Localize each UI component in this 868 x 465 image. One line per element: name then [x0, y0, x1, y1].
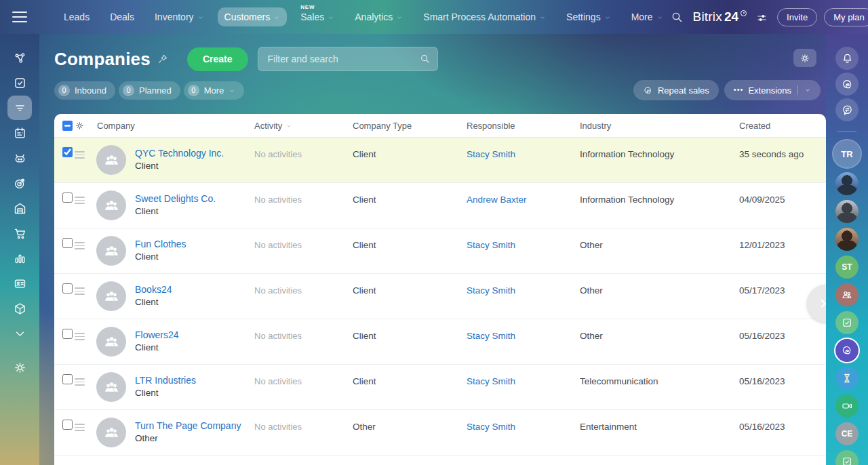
- sidebar-item-inventory[interactable]: [7, 296, 32, 321]
- company-name-link[interactable]: Books24: [135, 284, 172, 296]
- rail-chat-checksquare[interactable]: [835, 450, 859, 465]
- row-checkbox[interactable]: [62, 329, 73, 339]
- row-checkbox[interactable]: [62, 420, 73, 430]
- counter-chip-2[interactable]: 0 More: [184, 81, 245, 100]
- repeat-sales-button[interactable]: Repeat sales: [633, 80, 719, 100]
- row-checkbox[interactable]: [62, 283, 73, 294]
- company-name-link[interactable]: LTR Industries: [135, 375, 196, 386]
- main-menu-button[interactable]: [0, 0, 39, 34]
- drag-handle-icon[interactable]: [75, 333, 85, 340]
- sidebar-item-copilot[interactable]: [7, 146, 32, 170]
- counter-chip-1[interactable]: 0 Planned: [119, 81, 180, 100]
- drag-handle-icon[interactable]: [75, 242, 85, 249]
- messenger-button[interactable]: [835, 98, 859, 121]
- menu-item-8[interactable]: More: [625, 7, 670, 26]
- responsible-link[interactable]: Andrew Baxter: [467, 195, 527, 205]
- divider: [797, 85, 798, 95]
- company-name-link[interactable]: Sweet Delights Co.: [135, 193, 216, 205]
- company-name-link[interactable]: Fun Clothes: [135, 239, 186, 250]
- rail-avatar-st[interactable]: ST: [835, 256, 859, 279]
- sidebar-item-settings[interactable]: [7, 355, 32, 380]
- rail-chat-people[interactable]: [835, 283, 859, 306]
- repeat-sales-button[interactable]: [835, 73, 859, 96]
- table-row[interactable]: Turn The Page Company Other No activitie…: [54, 410, 826, 456]
- rail-avatar-tr[interactable]: TR: [833, 140, 861, 167]
- filter-search-input[interactable]: [258, 47, 438, 71]
- menu-item-4[interactable]: NEW Sales: [294, 7, 341, 26]
- sidebar-item-crm[interactable]: [7, 96, 32, 120]
- row-checkbox[interactable]: [62, 147, 73, 157]
- rail-avatar-ce[interactable]: CE: [835, 422, 859, 445]
- people-icon: [841, 289, 853, 301]
- drag-handle-icon[interactable]: [75, 287, 85, 295]
- row-checkbox[interactable]: [62, 193, 73, 203]
- chatsync-icon: [841, 104, 854, 117]
- sidebar-item-planner[interactable]: [7, 121, 32, 145]
- rail-user-photo[interactable]: [835, 228, 859, 251]
- responsible-link[interactable]: Stacy Smith: [467, 240, 515, 250]
- menu-item-1[interactable]: Deals: [103, 7, 141, 26]
- column-header-company[interactable]: Company: [92, 114, 254, 137]
- equalizer-icon[interactable]: [756, 12, 768, 24]
- rail-user-photo[interactable]: [835, 200, 859, 223]
- sidebar-item-analytics[interactable]: [7, 246, 32, 270]
- pin-icon[interactable]: [157, 54, 168, 64]
- responsible-link[interactable]: Stacy Smith: [467, 331, 515, 341]
- table-row[interactable]: LTR Industries Client No activities Clie…: [54, 365, 826, 410]
- column-header-company-type[interactable]: Company Type: [353, 114, 467, 137]
- responsible-link[interactable]: Stacy Smith: [467, 422, 515, 432]
- menu-item-6[interactable]: Smart Process Automation: [416, 7, 553, 26]
- bitrix24-logo[interactable]: Bitrix24: [693, 9, 747, 24]
- table-row[interactable]: Books24 Client No activities Client Stac…: [54, 274, 826, 319]
- search-icon[interactable]: [670, 10, 684, 24]
- drag-handle-icon[interactable]: [75, 197, 85, 204]
- row-checkbox[interactable]: [62, 238, 73, 248]
- rail-chat-hourglass[interactable]: [835, 367, 859, 390]
- sidebar-item-sales[interactable]: [7, 221, 32, 245]
- responsible-link[interactable]: Stacy Smith: [467, 376, 515, 386]
- grid-header-row: Company Activity Company Type Responsibl…: [54, 114, 826, 138]
- select-all-checkbox[interactable]: [62, 121, 73, 131]
- create-button[interactable]: Create: [187, 47, 248, 71]
- view-settings-button[interactable]: [793, 49, 816, 67]
- drag-handle-icon[interactable]: [75, 151, 85, 159]
- search-icon[interactable]: [419, 53, 431, 64]
- menu-item-7[interactable]: Settings: [559, 7, 618, 26]
- menu-item-3[interactable]: Customers: [218, 7, 288, 26]
- sidebar-item-collaboration[interactable]: [7, 45, 32, 70]
- rail-chat-checksquare[interactable]: [835, 311, 859, 334]
- topbar-button-0[interactable]: Invite: [777, 8, 817, 26]
- sidebar-item-marketing[interactable]: [7, 171, 32, 195]
- sidebar-item-tasks[interactable]: [7, 70, 32, 95]
- rail-chat-video[interactable]: [835, 395, 859, 418]
- table-row[interactable]: Fun Clothes Client No activities Client …: [54, 228, 826, 274]
- rail-user-photo[interactable]: [835, 172, 859, 195]
- column-header-activity[interactable]: Activity: [254, 114, 353, 137]
- row-checkbox[interactable]: [62, 374, 73, 384]
- extensions-button[interactable]: ••• Extensions: [724, 80, 821, 100]
- company-name-link[interactable]: Turn The Page Company: [135, 420, 241, 432]
- drag-handle-icon[interactable]: [75, 424, 85, 431]
- grid-settings-button[interactable]: [75, 114, 92, 137]
- table-row[interactable]: Flowers24 Client No activities Client St…: [54, 319, 826, 365]
- menu-item-5[interactable]: Analytics: [348, 7, 410, 26]
- responsible-link[interactable]: Stacy Smith: [467, 149, 515, 159]
- responsible-link[interactable]: Stacy Smith: [467, 285, 515, 296]
- counter-chip-0[interactable]: 0 Inbound: [54, 81, 115, 100]
- table-row[interactable]: QYC Technology Inc. Client No activities…: [54, 138, 826, 183]
- column-header-created[interactable]: Created: [739, 114, 826, 137]
- company-name-link[interactable]: QYC Technology Inc.: [135, 148, 224, 159]
- sidebar-item-warehouse[interactable]: [7, 196, 32, 220]
- menu-item-2[interactable]: Inventory: [148, 7, 211, 26]
- column-header-industry[interactable]: Industry: [580, 114, 739, 137]
- menu-item-0[interactable]: Leads: [57, 7, 96, 26]
- column-header-responsible[interactable]: Responsible: [467, 114, 580, 137]
- drag-handle-icon[interactable]: [75, 378, 85, 386]
- notifications-button[interactable]: [835, 47, 859, 70]
- topbar-button-1[interactable]: My plan: [824, 8, 868, 26]
- company-name-link[interactable]: Flowers24: [135, 329, 179, 341]
- rail-chat-spiral[interactable]: [835, 339, 859, 362]
- table-row[interactable]: Sweet Delights Co. Client No activities …: [54, 183, 826, 228]
- sidebar-item-contact-center[interactable]: [7, 271, 32, 296]
- sidebar-item-more[interactable]: [7, 321, 32, 346]
